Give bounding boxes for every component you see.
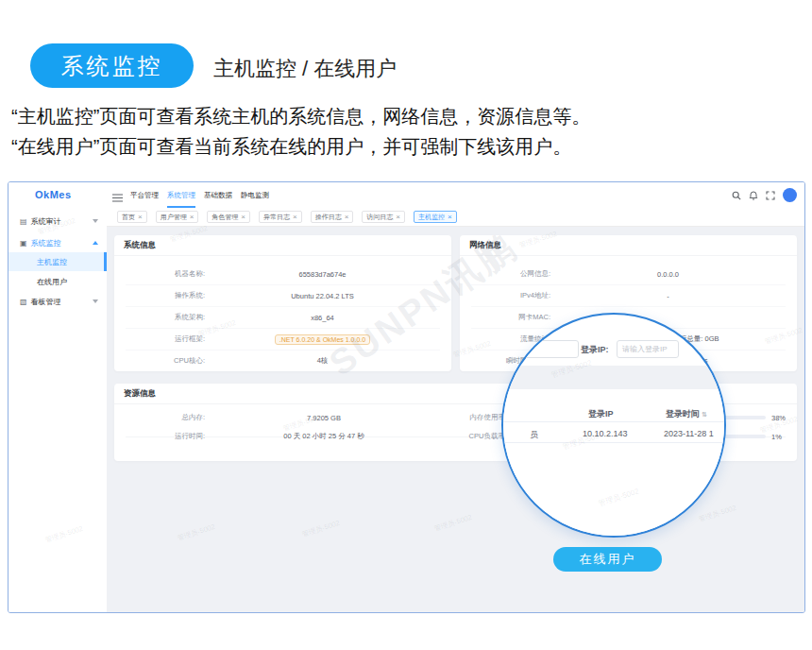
tab-user-management[interactable]: 用户管理 × [156,211,199,223]
row-label: 运行时间: [126,432,205,441]
app-screenshot-frame: OkMes 平台管理 系统管理 基础数据 静电监测 [8,181,805,613]
nav-system-management[interactable]: 系统管理 [167,182,195,208]
board-icon: ▧ [20,298,27,306]
sort-icon[interactable]: ⇅ [702,411,707,418]
close-icon[interactable]: × [190,214,195,221]
nav-platform-management[interactable]: 平台管理 [130,182,159,208]
app-logo: OkMes [35,189,72,200]
tab-home[interactable]: 首页 × [117,211,147,223]
chevron-up-icon [93,241,98,245]
description-line-2: “在线用户”页面可查看当前系统在线的用户，并可强制下线该用户。 [11,134,571,160]
table-cell-user: 员 [530,429,538,441]
column-header-label: 登录时间 [666,409,700,419]
row-label: 运行框架: [126,334,205,344]
row-value: 0.0.0.0 [550,270,786,279]
login-ip-input[interactable]: 请输入登录IP [617,340,679,358]
panel-title: 系统信息 [114,235,451,256]
header-actions [732,182,797,208]
tab-label: 角色管理 [211,213,238,222]
magnifier-circle: 登录IP: 请输入登录IP 登录IP 登录时间⇅ 员 10.10.2.143 2… [501,313,726,538]
sidebar-collapse-icon[interactable] [112,190,123,200]
nav-basic-data[interactable]: 基础数据 [204,182,232,208]
info-row: IPv4地址: - [471,285,786,307]
column-header-login-ip: 登录IP [588,408,614,420]
close-icon[interactable]: × [345,214,349,221]
row-label: CPU负载率: [454,432,507,441]
row-label: 网卡MAC: [471,313,550,322]
login-ip-label: 登录IP: [581,344,609,356]
search-icon[interactable] [732,191,741,200]
page-title: 主机监控 / 在线用户 [213,55,397,83]
nav-static-monitor[interactable]: 静电监测 [241,182,269,208]
close-icon[interactable]: × [241,214,245,221]
section-badge: 系统监控 [30,43,194,88]
info-row: 机器名称: 65583d7a674e [126,264,440,285]
row-label: 内存使用率: [454,413,507,422]
divider [503,442,724,443]
tab-access-log[interactable]: 访问日志 × [362,211,405,223]
sidebar-item-label: 在线用户 [37,277,67,287]
tab-operation-log[interactable]: 操作日志 × [311,211,354,223]
tab-label: 访问日志 [366,213,393,222]
close-icon[interactable]: × [448,214,452,221]
monitor-icon: ▣ [20,239,27,248]
divider [503,421,724,422]
row-label: CPU核心: [126,356,205,366]
row-label: 操作系统: [126,291,205,300]
row-value: 65583d7a674e [205,270,440,279]
row-value: 7.9205 GB [205,414,443,422]
sidebar: ▤ 系统审计 ▣ 系统监控 主机监控 在线用户 ▧ 看板管理 [8,208,107,612]
sidebar-item-label: 看板管理 [31,297,61,307]
tab-label: 用户管理 [161,213,187,222]
chevron-down-icon [93,299,98,303]
tab-label: 主机监控 [418,213,445,222]
row-label: IPv4地址: [471,291,550,300]
top-nav: 平台管理 系统管理 基础数据 静电监测 [130,182,269,208]
close-icon[interactable]: × [138,214,143,221]
sidebar-item-board-management[interactable]: ▧ 看板管理 [8,292,107,311]
column-header-login-time[interactable]: 登录时间⇅ [666,408,707,420]
description-line-1: “主机监控”页面可查看系统主机的系统信息，网络信息，资源信息等。 [11,104,590,129]
bell-icon[interactable] [749,191,758,200]
tab-role-management[interactable]: 角色管理 × [207,211,250,223]
fullscreen-icon[interactable] [766,191,775,200]
row-value: 00 天 02 小时 25 分 47 秒 [205,432,443,441]
table-cell-time: 2023-11-28 1 [664,429,714,438]
sidebar-item-system-monitor[interactable]: ▣ 系统监控 [8,233,107,252]
tag-tabs-bar: 首页 × 用户管理 × 角色管理 × 异常日志 × 操作日志 × 访问日志 × [107,208,804,227]
audit-icon: ▤ [20,217,27,226]
close-icon[interactable]: × [396,214,400,221]
page-gap [503,366,724,389]
row-label: 总内存: [126,413,205,422]
user-avatar[interactable] [783,188,797,202]
chevron-down-icon [93,219,98,223]
row-label: 系统架构: [126,313,205,322]
sidebar-item-label: 主机监控 [37,257,67,267]
tab-exception-log[interactable]: 异常日志 × [259,211,302,223]
page: 系统监控 主机监控 / 在线用户 “主机监控”页面可查看系统主机的系统信息，网络… [0,0,812,650]
tab-label: 异常日志 [263,213,290,222]
row-value: - [550,292,786,300]
sidebar-item-label: 系统监控 [31,238,61,248]
progress-value: 1% [771,433,782,441]
close-icon[interactable]: × [293,214,297,221]
sidebar-item-host-monitor[interactable]: 主机监控 [8,252,107,271]
online-users-callout: 在线用户 [553,547,662,572]
tab-label: 操作日志 [315,213,342,222]
row-value: 4核 [205,356,440,366]
app-top-bar: OkMes 平台管理 系统管理 基础数据 静电监测 [8,182,804,209]
row-label: 机器名称: [126,269,205,279]
sidebar-item-online-users[interactable]: 在线用户 [8,272,107,291]
tab-host-monitor[interactable]: 主机监控 × [414,211,457,223]
tab-label: 首页 [122,213,135,222]
